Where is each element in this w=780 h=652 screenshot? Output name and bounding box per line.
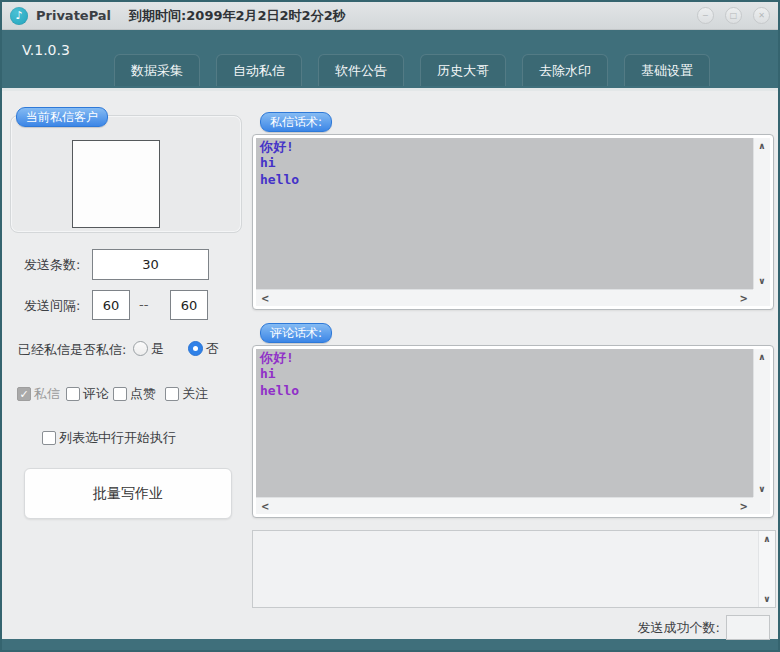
checkbox-icon (66, 387, 80, 401)
resend-yes-radio[interactable]: 是 (133, 338, 164, 358)
scrollbar-corner (753, 497, 770, 514)
status-row: 发送成功个数: (638, 615, 770, 640)
tab-history[interactable]: 历史大哥 (420, 54, 506, 86)
scroll-up-icon[interactable]: ∧ (758, 141, 765, 151)
radio-off-icon (133, 341, 148, 356)
app-logo-icon: ♪ (10, 7, 28, 25)
send-count-input[interactable]: 30 (92, 249, 209, 280)
titlebar: ♪ PrivatePal 到期时间:2099年2月2日2时2分2秒 ─ □ ✕ (2, 2, 778, 30)
dm-script-textarea[interactable]: 你好! hi hello (256, 138, 753, 289)
interval-min-input[interactable]: 60 (92, 290, 130, 320)
minimize-button[interactable]: ─ (697, 7, 714, 24)
nav-tabs: 数据采集 自动私信 软件公告 历史大哥 去除水印 基础设置 (2, 54, 710, 88)
comment-script-badge: 评论话术: (260, 323, 332, 343)
app-window: ♪ PrivatePal 到期时间:2099年2月2日2时2分2秒 ─ □ ✕ … (0, 0, 780, 652)
current-client-badge: 当前私信客户 (16, 107, 108, 127)
resend-no-radio[interactable]: 否 (188, 338, 219, 358)
tab-basic-settings[interactable]: 基础设置 (624, 54, 710, 86)
scroll-down-icon[interactable]: ∨ (758, 484, 765, 494)
success-count-label: 发送成功个数: (638, 619, 720, 637)
checkbox-icon (165, 387, 179, 401)
scroll-up-icon[interactable]: ∧ (758, 352, 765, 362)
client-photo-placeholder (72, 140, 160, 228)
dm-vertical-scrollbar[interactable]: ∧ ∨ (753, 138, 770, 289)
app-title: PrivatePal (36, 8, 111, 23)
bottom-bar (2, 639, 778, 650)
checkbox-icon (42, 431, 56, 445)
main-area: 当前私信客户 发送条数: 30 发送间隔: 60 -- 60 已经私信是否私信:… (2, 88, 778, 639)
comment-horizontal-scrollbar[interactable]: < > (256, 497, 753, 514)
batch-write-button[interactable]: 批量写作业 (24, 468, 232, 519)
interval-max-input[interactable]: 60 (170, 290, 208, 320)
scroll-left-icon[interactable]: < (261, 293, 269, 304)
radio-on-icon (188, 341, 203, 356)
scrollbar-corner (753, 289, 770, 306)
scroll-right-icon[interactable]: > (740, 293, 748, 304)
list-row-checkbox[interactable]: 列表选中行开始执行 (42, 427, 176, 447)
scroll-up-icon[interactable]: ∧ (763, 534, 770, 544)
success-count-value (726, 615, 770, 640)
maximize-button[interactable]: □ (725, 7, 742, 24)
action-dm-checkbox[interactable]: ✓私信 (17, 383, 60, 403)
window-controls: ─ □ ✕ (697, 7, 770, 24)
interval-separator: -- (139, 297, 148, 312)
comment-script-textarea[interactable]: 你好! hi hello (256, 349, 753, 497)
scroll-left-icon[interactable]: < (261, 501, 269, 512)
comment-script-panel: 你好! hi hello ∧ ∨ < > (252, 345, 774, 518)
checkbox-icon (113, 387, 127, 401)
tab-data-collection[interactable]: 数据采集 (114, 54, 200, 86)
log-box: ∧ ∨ (252, 530, 776, 608)
nav-bar: V.1.0.3 数据采集 自动私信 软件公告 历史大哥 去除水印 基础设置 (2, 30, 778, 88)
action-comment-checkbox[interactable]: 评论 (66, 383, 109, 403)
dm-horizontal-scrollbar[interactable]: < > (256, 289, 753, 306)
log-vertical-scrollbar[interactable]: ∧ ∨ (758, 531, 775, 607)
dm-script-panel: 你好! hi hello ∧ ∨ < > (252, 134, 774, 310)
expiry-time-label: 到期时间:2099年2月2日2时2分2秒 (129, 7, 346, 25)
log-list[interactable] (253, 531, 758, 607)
comment-vertical-scrollbar[interactable]: ∧ ∨ (753, 349, 770, 497)
tab-auto-dm[interactable]: 自动私信 (216, 54, 302, 86)
tab-announcement[interactable]: 软件公告 (318, 54, 404, 86)
scroll-down-icon[interactable]: ∨ (763, 594, 770, 604)
action-follow-checkbox[interactable]: 关注 (165, 383, 208, 403)
action-like-checkbox[interactable]: 点赞 (113, 383, 156, 403)
close-button[interactable]: ✕ (753, 7, 770, 24)
dm-script-badge: 私信话术: (260, 112, 332, 132)
version-label: V.1.0.3 (22, 42, 70, 58)
interval-label: 发送间隔: (24, 297, 80, 315)
tab-watermark-removal[interactable]: 去除水印 (522, 54, 608, 86)
scroll-right-icon[interactable]: > (740, 501, 748, 512)
resend-question-label: 已经私信是否私信: (18, 341, 126, 359)
checkbox-checked-icon: ✓ (17, 387, 31, 401)
send-count-label: 发送条数: (24, 256, 80, 274)
scroll-down-icon[interactable]: ∨ (758, 276, 765, 286)
